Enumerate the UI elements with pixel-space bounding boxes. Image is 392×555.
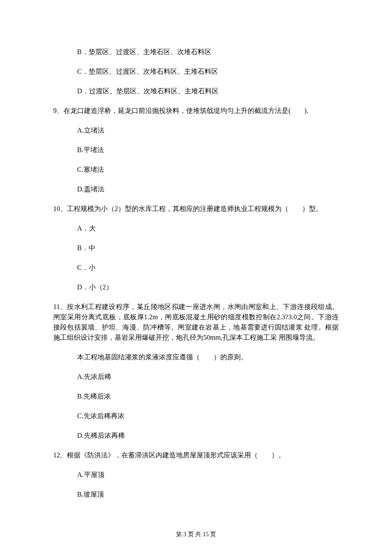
q9-option-b: B.平堵法 xyxy=(77,145,339,155)
q11-option-c: C.先浓后稀再浓 xyxy=(77,411,339,421)
option-b: B．垫层区、过渡区、主堆石区、次堆石料区 xyxy=(77,47,339,57)
document-page: B．垫层区、过渡区、主堆石区、次堆石料区 C．垫层区、过渡区、次堆石料区、主堆石… xyxy=(0,0,392,555)
q9-option-d: D.盖堵法 xyxy=(77,184,339,194)
q11-option-b: B.先稀后浓 xyxy=(77,391,339,402)
question-9-stem: 9、在龙口建造浮桥，延龙口前沿抛投块料，使堆筑戗堤均匀上升的截流方法是( ). xyxy=(53,106,339,116)
q11-option-a: A.先浓后稀 xyxy=(77,372,339,382)
option-d: D．过渡区、垫层区、次堆石料区、主堆石料区 xyxy=(77,86,339,96)
page-footer: 第 3 页 共 15 页 xyxy=(0,530,392,539)
q9-option-c: C.塞堵法 xyxy=(77,165,339,175)
question-12-stem: 12、根据《防洪法》，在蓄滞洪区内建造地房屋屋顶形式应该采用（ ）。 xyxy=(53,450,339,460)
q9-option-a: A.立堵法 xyxy=(77,125,339,136)
q10-option-c: C．小 xyxy=(77,263,339,273)
question-11-sub: 本工程地基固结灌浆的浆液浓度应遵循（ ）的原则。 xyxy=(77,352,339,362)
question-11-stem: 11、按水利工程建设程序，某丘陵地区拟建一座进水闸，水闸由闸室和上、下游连接段组… xyxy=(53,302,339,343)
q10-option-b: B．中 xyxy=(77,243,339,253)
q12-option-b: B.坡屋顶 xyxy=(77,489,339,500)
q10-option-d: D．小（2） xyxy=(77,282,339,292)
q11-option-d: D.先稀后浓再稀 xyxy=(77,431,339,441)
question-10-stem: 10、工程规模为小（2）型的水库工程，其相应的注册建造师执业工程规模为（ ）型。 xyxy=(53,204,339,214)
q10-option-a: A．大 xyxy=(77,223,339,234)
option-c: C．垫层区、过渡区、次堆石料区、主堆石料区 xyxy=(77,66,339,77)
q12-option-a: A.平屋顶 xyxy=(77,470,339,480)
